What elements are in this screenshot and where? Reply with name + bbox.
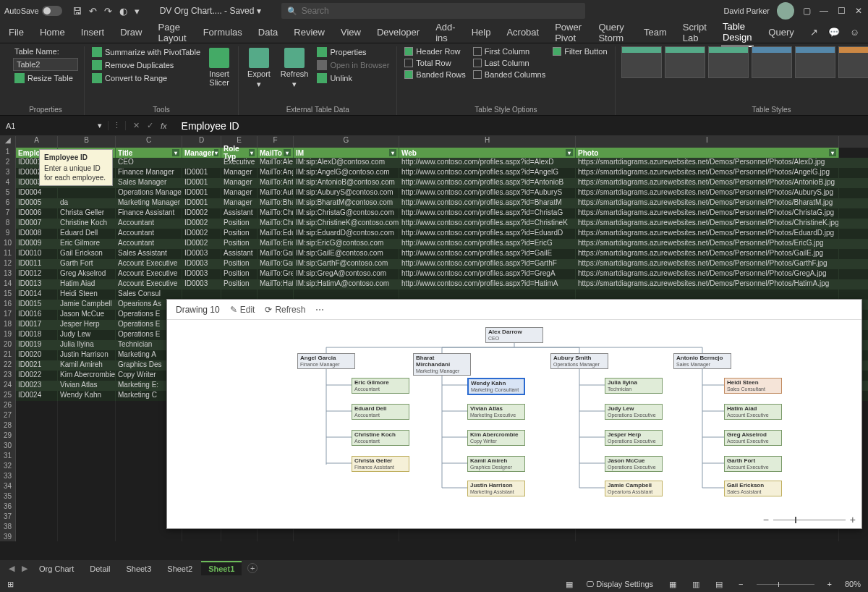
tab-review[interactable]: Review — [292, 24, 326, 41]
cell[interactable] — [58, 431, 116, 441]
fx-icon[interactable]: fx — [161, 122, 167, 130]
row-head[interactable]: 15 — [0, 289, 16, 300]
cell[interactable] — [16, 492, 58, 502]
cell[interactable] — [58, 411, 116, 421]
cell[interactable] — [58, 523, 116, 533]
cell[interactable]: Position — [221, 269, 258, 279]
maximize-icon[interactable]: ☐ — [836, 6, 846, 16]
row-head[interactable]: 17 — [0, 310, 16, 320]
refresh-button[interactable]: ⟳Refresh — [265, 305, 305, 315]
col-head[interactable]: F — [258, 136, 294, 148]
cell[interactable]: http://www.contoso.com/profiles.aspx?id=… — [399, 219, 576, 229]
cell[interactable]: ID0007 — [16, 219, 58, 229]
table-style[interactable] — [621, 46, 662, 78]
org-node[interactable]: Alex DarrowCEO — [485, 327, 543, 343]
redo-icon[interactable]: ↷ — [104, 6, 112, 17]
zoom-in-icon[interactable]: + — [825, 580, 835, 588]
cell[interactable]: IM:sip:GregA@contoso.com — [294, 269, 399, 279]
cell[interactable]: MailTo:Eric — [258, 239, 294, 249]
cell[interactable]: Jesper Herp — [58, 320, 116, 330]
cell[interactable]: https://smartdiagrams.azurewebsites.net/… — [576, 168, 839, 178]
filter-dropdown-icon[interactable]: ▾ — [829, 149, 836, 156]
cell[interactable]: http://www.contoso.com/profiles.aspx?id=… — [399, 168, 576, 178]
table-header[interactable]: Web▾ — [399, 148, 576, 158]
tab-data[interactable]: Data — [257, 24, 279, 41]
cell[interactable] — [58, 512, 116, 523]
sheet-nav-next-icon[interactable]: ▶ — [19, 564, 30, 573]
refresh-button[interactable]: Refresh▾ — [278, 46, 312, 90]
cell[interactable]: http://www.contoso.com/profiles.aspx?id=… — [399, 188, 576, 198]
cell[interactable]: MailTo:Edu — [258, 229, 294, 239]
cell[interactable]: ID0003 — [182, 279, 221, 289]
cell[interactable]: ID0001 — [182, 168, 221, 178]
cell[interactable]: Greg Akselrod — [58, 269, 116, 279]
cell[interactable]: https://smartdiagrams.azurewebsites.net/… — [576, 198, 839, 208]
cell[interactable]: Kamil Amireh — [58, 360, 116, 371]
cell[interactable]: ID0009 — [16, 239, 58, 249]
cell[interactable]: Operations Manager — [116, 188, 182, 198]
table-header[interactable]: Role Typ▾ — [221, 148, 258, 158]
cell[interactable] — [258, 533, 294, 541]
chevron-down-icon[interactable]: ▾ — [98, 121, 102, 130]
row-head[interactable]: 20 — [0, 340, 16, 350]
cell[interactable]: Assistant — [221, 208, 258, 219]
cell[interactable]: Accountant — [116, 219, 182, 229]
cell[interactable] — [116, 533, 182, 541]
cell[interactable]: ID0002 — [182, 239, 221, 249]
cell[interactable]: Executive — [221, 158, 258, 168]
convert-range-button[interactable]: Convert to Range — [90, 72, 202, 84]
cell[interactable]: Manager — [221, 198, 258, 208]
row-head[interactable]: 10 — [0, 239, 16, 249]
cell[interactable]: MailTo:Chri — [258, 219, 294, 229]
cell[interactable]: Manager — [221, 188, 258, 198]
document-title[interactable]: DV Org Chart.... - Saved ▾ — [160, 6, 261, 16]
row-head[interactable]: 18 — [0, 320, 16, 330]
row-head[interactable]: 32 — [0, 462, 16, 472]
row-head[interactable]: 29 — [0, 431, 16, 441]
cell[interactable]: IM:sip:BharatM@contoso.com — [294, 198, 399, 208]
org-node[interactable]: Vivian AtlasMarketing Executive — [467, 404, 525, 420]
zoom-out-icon[interactable]: − — [736, 580, 746, 588]
cell[interactable]: Account Executive — [116, 269, 182, 279]
cell[interactable]: ID0014 — [16, 289, 58, 300]
normal-view-icon[interactable]: ▦ — [666, 580, 679, 589]
cell[interactable]: IM:sip:GarthF@contoso.com — [294, 259, 399, 269]
row-head[interactable]: 19 — [0, 330, 16, 340]
org-node[interactable]: Jesper HerpOperations Executive — [605, 430, 663, 446]
cell[interactable]: ID0008 — [16, 229, 58, 239]
org-node[interactable]: Antonio BermejoSales Manager — [673, 353, 731, 369]
org-chart[interactable]: Alex DarrowCEOAngel GarciaFinance Manage… — [167, 320, 861, 508]
row-head[interactable]: 30 — [0, 441, 16, 452]
cell[interactable] — [16, 533, 58, 541]
tab-script-lab[interactable]: Script Lab — [681, 19, 708, 46]
cell[interactable] — [58, 452, 116, 462]
org-node[interactable]: Eric GilmoreAccountant — [352, 378, 409, 394]
first-col-check[interactable]: First Column — [472, 46, 547, 56]
tab-query[interactable]: Query — [767, 24, 795, 41]
row-head[interactable]: 35 — [0, 492, 16, 502]
cell[interactable] — [16, 462, 58, 472]
col-head[interactable]: H — [399, 136, 576, 148]
tab-view[interactable]: View — [339, 24, 362, 41]
cell[interactable] — [399, 289, 576, 300]
cell[interactable]: http://www.contoso.com/profiles.aspx?id=… — [399, 259, 576, 269]
row-head[interactable]: 4 — [0, 178, 16, 188]
cell[interactable] — [58, 188, 116, 198]
emoji-icon[interactable]: ☺ — [848, 24, 861, 41]
cell[interactable] — [58, 441, 116, 452]
row-head[interactable]: 13 — [0, 269, 16, 279]
cell[interactable]: ID0012 — [16, 269, 58, 279]
cell[interactable]: MailTo:Chr — [258, 208, 294, 219]
cell[interactable]: https://smartdiagrams.azurewebsites.net/… — [576, 239, 839, 249]
resize-table-button[interactable]: Resize Table — [13, 72, 78, 84]
col-head[interactable]: G — [294, 136, 399, 148]
add-sheet-button[interactable]: + — [247, 563, 258, 573]
cell[interactable] — [58, 482, 116, 492]
cell[interactable]: MailTo:Ang — [258, 168, 294, 178]
row-head[interactable]: 34 — [0, 482, 16, 492]
last-col-check[interactable]: Last Column — [472, 58, 547, 68]
cell[interactable]: Finance Manager — [116, 168, 182, 178]
cell[interactable]: ID0006 — [16, 208, 58, 219]
cell[interactable] — [58, 502, 116, 512]
zoom-out-icon[interactable]: − — [763, 514, 769, 525]
